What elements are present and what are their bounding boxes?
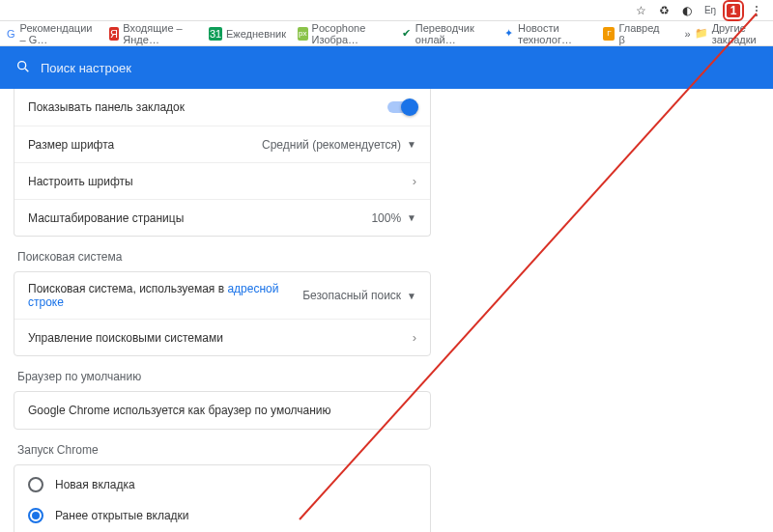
caret-down-icon: ▼ <box>407 212 416 223</box>
bookmark-label: Рекомендации – G… <box>20 22 98 45</box>
search-input[interactable] <box>41 61 292 75</box>
bookmark-item[interactable]: 31 Ежедневник <box>209 27 286 41</box>
manage-search-engines-row[interactable]: Управление поисковыми системами › <box>14 319 430 355</box>
radio-icon <box>28 477 43 492</box>
other-bookmarks-label: Другие закладки <box>712 22 767 45</box>
font-size-row: Размер шрифта Средний (рекомендуется) ▼ <box>14 126 430 162</box>
search-icon <box>15 59 31 77</box>
startup-card: Новая вкладка Ранее открытые вкладки Зад… <box>14 464 431 532</box>
bookmark-item[interactable]: Я Входящие – Янде… <box>109 22 197 45</box>
chevron-right-icon: » <box>685 28 691 40</box>
favicon-icon: 31 <box>209 27 222 41</box>
radio-label: Новая вкладка <box>55 478 135 491</box>
bookmark-label: Главред β <box>618 22 661 45</box>
bookmark-item[interactable]: G Рекомендации – G… <box>6 22 98 45</box>
caret-down-icon: ▼ <box>407 291 416 301</box>
bookmark-label: Входящие – Янде… <box>123 22 197 45</box>
folder-icon: 📁 <box>695 27 708 40</box>
show-bookmarks-bar-row: Показывать панель закладок <box>14 89 430 126</box>
other-bookmarks-folder[interactable]: » 📁 Другие закладки <box>685 22 767 45</box>
extension-badge[interactable]: 1 <box>727 4 740 17</box>
bookmarks-bar: G Рекомендации – G… Я Входящие – Янде… 3… <box>0 21 773 46</box>
dropdown-value: 100% <box>371 211 401 225</box>
extensions-toolbar: ☆ ♻ ◐ Eŋ 1 ⋮ <box>0 0 773 21</box>
appearance-card: Показывать панель закладок Размер шрифта… <box>14 89 431 237</box>
startup-option-continue[interactable]: Ранее открытые вкладки <box>14 500 430 531</box>
favicon-icon: ✔ <box>401 27 412 41</box>
star-icon[interactable]: ☆ <box>634 4 647 17</box>
search-engine-dropdown[interactable]: Безопасный поиск ▼ <box>302 289 416 302</box>
chevron-right-icon: › <box>413 330 416 345</box>
svg-point-0 <box>18 61 26 69</box>
default-browser-card: Google Chrome используется как браузер п… <box>14 391 431 430</box>
row-label: Настроить шрифты <box>28 175 413 188</box>
page-zoom-dropdown[interactable]: 100% ▼ <box>371 211 416 225</box>
chevron-right-icon: › <box>413 174 416 188</box>
favicon-icon: G <box>6 27 16 41</box>
favicon-icon: px <box>298 27 308 41</box>
default-browser-row: Google Chrome используется как браузер п… <box>14 392 430 429</box>
favicon-icon: ✦ <box>503 27 514 41</box>
row-label: Поисковая система, используемая в адресн… <box>28 282 302 309</box>
default-browser-section-title: Браузер по умолчанию <box>17 370 444 383</box>
row-text: Поисковая система, используемая в <box>28 282 227 295</box>
bookmark-item[interactable]: Г Главред β <box>603 22 661 45</box>
bookmark-label: Переводчик онлай… <box>415 22 493 45</box>
lang-icon[interactable]: Eŋ <box>703 4 717 17</box>
radio-label: Ранее открытые вкладки <box>55 509 189 522</box>
favicon-icon: Г <box>603 27 615 41</box>
row-label: Управление поисковыми системами <box>28 331 413 345</box>
search-engine-row: Поисковая система, используемая в адресн… <box>14 272 430 319</box>
bookmark-label: Ежедневник <box>226 28 286 40</box>
dropdown-value: Безопасный поиск <box>302 289 401 302</box>
startup-section-title: Запуск Chrome <box>17 443 444 457</box>
recycle-icon[interactable]: ♻ <box>657 4 671 17</box>
contrast-icon[interactable]: ◐ <box>680 4 694 17</box>
favicon-icon: Я <box>109 27 120 41</box>
bookmark-item[interactable]: ✔ Переводчик онлай… <box>401 22 492 45</box>
bookmark-item[interactable]: ✦ Новости технолог… <box>503 22 591 45</box>
row-label: Размер шрифта <box>28 138 262 152</box>
bookmark-label: Новости технолог… <box>518 22 591 45</box>
row-label: Масштабирование страницы <box>28 211 371 225</box>
startup-option-new-tab[interactable]: Новая вкладка <box>14 469 430 500</box>
bookmark-item[interactable]: px Pocophone Изобра… <box>298 22 389 45</box>
caret-down-icon: ▼ <box>407 139 416 150</box>
row-label: Показывать панель закладок <box>28 100 387 114</box>
page-zoom-row: Масштабирование страницы 100% ▼ <box>14 199 430 236</box>
bookmarks-bar-toggle[interactable] <box>387 101 416 113</box>
row-label: Google Chrome используется как браузер п… <box>28 404 416 417</box>
svg-line-1 <box>25 69 28 71</box>
font-size-dropdown[interactable]: Средний (рекомендуется) ▼ <box>262 138 416 152</box>
settings-content: Показывать панель закладок Размер шрифта… <box>0 89 773 532</box>
settings-search-header <box>0 46 773 89</box>
radio-icon <box>28 508 43 523</box>
customize-fonts-row[interactable]: Настроить шрифты › <box>14 162 430 199</box>
dropdown-value: Средний (рекомендуется) <box>262 138 401 152</box>
bookmark-label: Pocophone Изобра… <box>312 22 390 45</box>
search-engine-card: Поисковая система, используемая в адресн… <box>14 271 431 356</box>
menu-icon[interactable]: ⋮ <box>750 4 763 17</box>
search-engine-section-title: Поисковая система <box>17 250 444 264</box>
